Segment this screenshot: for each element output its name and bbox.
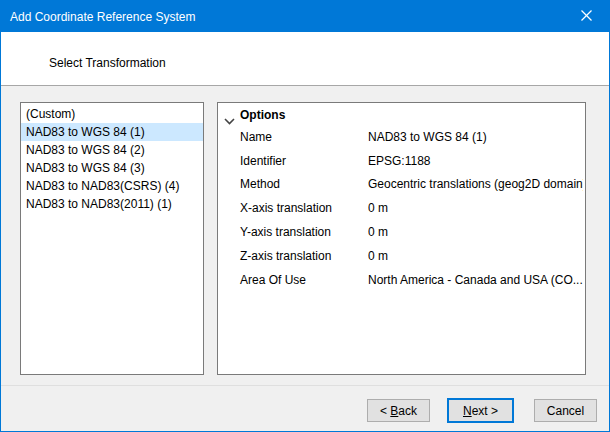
list-item-nad83-wgs84-2[interactable]: NAD83 to WGS 84 (2) bbox=[21, 141, 203, 159]
property-label: X-axis translation bbox=[240, 201, 332, 215]
property-row-z-axis: Z-axis translation 0 m bbox=[218, 244, 585, 268]
list-item-nad83-wgs84-1[interactable]: NAD83 to WGS 84 (1) bbox=[21, 123, 203, 141]
next-button[interactable]: Next > bbox=[447, 398, 514, 423]
main-content: (Custom) NAD83 to WGS 84 (1) NAD83 to WG… bbox=[1, 87, 609, 386]
property-value: North America - Canada and USA (CO... bbox=[368, 273, 583, 287]
close-icon bbox=[581, 9, 592, 24]
property-value: Geocentric translations (geog2D domain) bbox=[368, 177, 583, 191]
list-item-nad83-2011-1[interactable]: NAD83 to NAD83(2011) (1) bbox=[21, 195, 203, 213]
list-item-nad83-csrs-4[interactable]: NAD83 to NAD83(CSRS) (4) bbox=[21, 177, 203, 195]
property-label: Method bbox=[240, 177, 280, 191]
property-label: Area Of Use bbox=[240, 273, 306, 287]
close-button[interactable] bbox=[564, 1, 609, 32]
property-row-x-axis: X-axis translation 0 m bbox=[218, 196, 585, 220]
list-item-custom[interactable]: (Custom) bbox=[21, 105, 203, 123]
back-button[interactable]: < Back bbox=[367, 399, 430, 422]
back-button-label: < Back bbox=[380, 404, 417, 418]
property-label: Name bbox=[240, 130, 272, 144]
transformation-list[interactable]: (Custom) NAD83 to WGS 84 (1) NAD83 to WG… bbox=[20, 102, 204, 375]
property-value: 0 m bbox=[368, 249, 583, 263]
list-item-nad83-wgs84-3[interactable]: NAD83 to WGS 84 (3) bbox=[21, 159, 203, 177]
property-row-identifier: Identifier EPSG:1188 bbox=[218, 149, 585, 173]
next-button-label: Next > bbox=[463, 404, 498, 418]
property-label: Y-axis translation bbox=[240, 225, 331, 239]
options-panel: Options Name NAD83 to WGS 84 (1) Identif… bbox=[217, 102, 586, 375]
options-title: Options bbox=[240, 108, 285, 122]
property-row-y-axis: Y-axis translation 0 m bbox=[218, 220, 585, 244]
property-value: NAD83 to WGS 84 (1) bbox=[368, 130, 583, 144]
dialog-window: Add Coordinate Reference System Select T… bbox=[0, 0, 610, 432]
window-title: Add Coordinate Reference System bbox=[1, 10, 195, 24]
property-value: 0 m bbox=[368, 225, 583, 239]
property-label: Identifier bbox=[240, 154, 286, 168]
wizard-header: Select Transformation bbox=[1, 32, 609, 86]
titlebar: Add Coordinate Reference System bbox=[1, 1, 609, 32]
property-row-name: Name NAD83 to WGS 84 (1) bbox=[218, 125, 585, 149]
options-header[interactable]: Options bbox=[218, 103, 585, 125]
wizard-step-title: Select Transformation bbox=[49, 56, 166, 70]
property-label: Z-axis translation bbox=[240, 249, 331, 263]
property-value: EPSG:1188 bbox=[368, 154, 583, 168]
property-value: 0 m bbox=[368, 201, 583, 215]
button-bar: < Back Next > Cancel bbox=[1, 385, 609, 431]
property-row-area-of-use: Area Of Use North America - Canada and U… bbox=[218, 268, 585, 292]
cancel-button[interactable]: Cancel bbox=[534, 399, 597, 422]
cancel-button-label: Cancel bbox=[547, 404, 584, 418]
property-row-method: Method Geocentric translations (geog2D d… bbox=[218, 173, 585, 197]
